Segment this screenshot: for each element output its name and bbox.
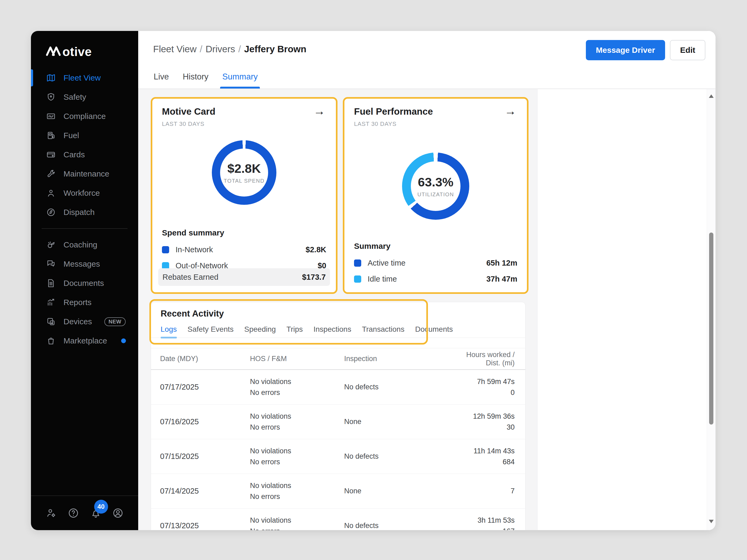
sidebar-item-fleet-view[interactable]: Fleet View [31, 68, 138, 87]
row-date: 07/15/2025 [160, 452, 250, 461]
fuel-performance-widget: Fuel Performance LAST 30 DAYS → 63.3% UT… [343, 97, 529, 294]
tab-live[interactable]: Live [154, 72, 169, 88]
rebates-earned-row: Rebates Earned $173.7 [158, 268, 330, 286]
sidebar-item-coaching[interactable]: Coaching [31, 235, 138, 255]
shopping-bag-icon [46, 336, 56, 346]
right-panel [537, 89, 716, 530]
row-inspection: No defects [344, 452, 456, 460]
sidebar-item-cards[interactable]: Cards [31, 145, 138, 164]
tab-history[interactable]: History [183, 72, 208, 88]
arrow-right-icon[interactable]: → [505, 105, 516, 117]
sidebar-item-label: Coaching [63, 240, 97, 249]
sidebar-item-workforce[interactable]: Workforce [31, 184, 138, 203]
scrollbar-thumb[interactable] [709, 233, 713, 425]
sidebar-item-maintenance[interactable]: Maintenance [31, 164, 138, 184]
tabs-divider [151, 338, 525, 338]
sidebar-divider [42, 228, 128, 229]
scroll-up-arrow-icon[interactable] [709, 95, 714, 98]
vertical-scrollbar[interactable] [707, 89, 716, 530]
tab-summary[interactable]: Summary [222, 72, 258, 88]
col-hours-dist: Hours worked / Dist. (mi) [456, 351, 515, 367]
chat-bubbles-icon [46, 259, 56, 269]
tab-transactions[interactable]: Transactions [362, 325, 405, 339]
sidebar-item-reports[interactable]: Reports [31, 293, 138, 312]
compass-icon [46, 207, 56, 217]
legend-row-idle-time: Idle time 37h 47m [354, 271, 517, 287]
card-period: LAST 30 DAYS [354, 121, 396, 128]
breadcrumb-separator: / [200, 44, 203, 54]
scroll-down-arrow-icon[interactable] [709, 520, 714, 523]
fuel-summary-title: Summary [354, 242, 391, 251]
sidebar-item-label: Reports [63, 298, 92, 307]
tab-logs[interactable]: Logs [161, 325, 177, 339]
header-actions: Message Driver Edit [586, 40, 705, 60]
table-row[interactable]: 07/17/2025 No violationsNo errors No def… [151, 370, 525, 404]
card-title: Motive Card [162, 106, 215, 117]
col-inspection: Inspection [344, 355, 456, 363]
row-date: 07/14/2025 [160, 487, 250, 496]
sidebar: otive Fleet View Safety Compliance Fuel … [31, 31, 138, 530]
motive-logo-m-icon [46, 45, 61, 57]
motive-card-widget: Motive Card LAST 30 DAYS → $2.8K TOTAL S… [151, 97, 337, 294]
row-hos: No violationsNo errors [250, 515, 344, 530]
sidebar-item-label: Cards [63, 150, 85, 159]
row-inspection: No defects [344, 383, 456, 391]
utilization-value: 63.3% [418, 175, 453, 189]
tab-inspections[interactable]: Inspections [313, 325, 351, 339]
account-icon[interactable] [112, 507, 124, 519]
sidebar-item-devices[interactable]: Devices NEW [31, 312, 138, 331]
tab-documents[interactable]: Documents [415, 325, 453, 339]
edit-button[interactable]: Edit [670, 40, 705, 60]
row-hours-dist: 7 [456, 486, 515, 497]
sidebar-item-dispatch[interactable]: Dispatch [31, 203, 138, 222]
message-driver-button[interactable]: Message Driver [586, 40, 665, 60]
help-icon[interactable] [68, 507, 79, 519]
row-date: 07/17/2025 [160, 383, 250, 392]
sidebar-item-label: Devices [63, 317, 92, 326]
sidebar-item-marketplace[interactable]: Marketplace [31, 331, 138, 350]
recent-activity-title: Recent Activity [161, 309, 224, 319]
admin-settings-icon[interactable] [45, 507, 57, 519]
legend-label: Active time [368, 259, 406, 267]
page-title: Jeffery Brown [244, 44, 306, 54]
legend-label: In-Network [176, 245, 213, 254]
arrow-right-icon[interactable]: → [313, 105, 325, 117]
sidebar-item-messages[interactable]: Messages [31, 255, 138, 274]
row-hos: No violationsNo errors [250, 376, 344, 398]
sidebar-item-label: Compliance [63, 112, 106, 121]
tab-trips[interactable]: Trips [286, 325, 303, 339]
table-row[interactable]: 07/14/2025 No violationsNo errors None 7 [151, 474, 525, 509]
notification-count-badge: 40 [94, 500, 108, 514]
row-hos: No violationsNo errors [250, 446, 344, 468]
map-icon [46, 73, 56, 83]
summary-content: Motive Card LAST 30 DAYS → $2.8K TOTAL S… [138, 89, 716, 530]
row-date: 07/16/2025 [160, 417, 250, 426]
utilization-donut-chart: 63.3% UTILIZATION [402, 153, 469, 220]
wrench-icon [46, 169, 56, 179]
fuel-pump-icon [46, 130, 56, 140]
app-window: otive Fleet View Safety Compliance Fuel … [31, 31, 716, 530]
table-row[interactable]: 07/13/2025 No violationsNo errors No def… [151, 509, 525, 530]
sidebar-item-label: Marketplace [63, 336, 107, 345]
sidebar-item-safety[interactable]: Safety [31, 87, 138, 107]
legend-row-active-time: Active time 65h 12m [354, 255, 517, 271]
breadcrumb-fleet-view[interactable]: Fleet View [153, 44, 197, 54]
sidebar-item-fuel[interactable]: Fuel [31, 126, 138, 145]
sidebar-item-compliance[interactable]: Compliance [31, 107, 138, 126]
in-network-swatch [162, 246, 169, 253]
table-row[interactable]: 07/16/2025 No violationsNo errors None 1… [151, 404, 525, 439]
card-title: Fuel Performance [354, 106, 433, 117]
row-hos: No violationsNo errors [250, 480, 344, 502]
donut-center: $2.8K TOTAL SPEND [212, 140, 276, 205]
sidebar-footer: 40 [31, 496, 138, 530]
row-hours-dist: 3h 11m 53s167 [456, 515, 515, 530]
tab-safety-events[interactable]: Safety Events [187, 325, 234, 339]
breadcrumb-drivers[interactable]: Drivers [206, 44, 235, 54]
breadcrumb-separator: / [238, 44, 241, 54]
sidebar-item-documents[interactable]: Documents [31, 274, 138, 293]
legend-label: Idle time [368, 275, 397, 284]
notifications-bell-icon[interactable]: 40 [90, 507, 102, 519]
tab-speeding[interactable]: Speeding [244, 325, 276, 339]
person-icon [46, 188, 56, 198]
table-row[interactable]: 07/15/2025 No violationsNo errors No def… [151, 439, 525, 474]
